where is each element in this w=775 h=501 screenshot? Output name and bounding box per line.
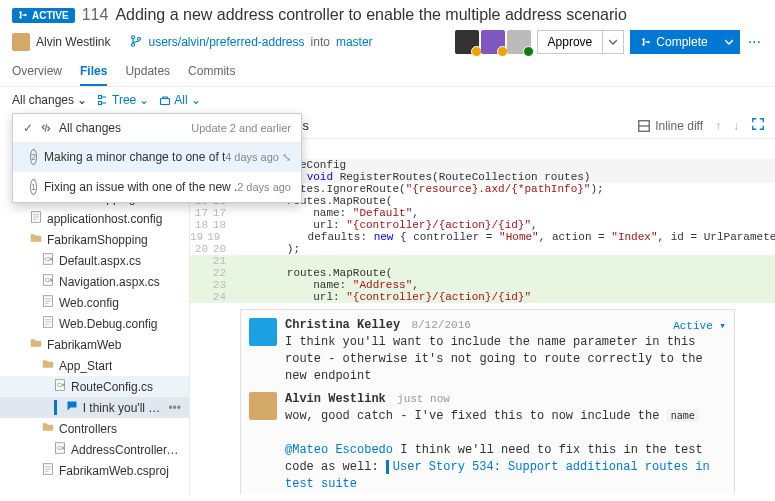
prev-diff-button[interactable]: ↑	[715, 119, 721, 133]
chevron-down-icon: ⌄	[139, 93, 149, 107]
tree-file[interactable]: C#AddressController.cs [+]	[0, 439, 189, 460]
updates-dropdown-item[interactable]: ✓All changesUpdate 2 and earlier	[13, 114, 301, 142]
complete-split-button: Complete	[630, 30, 739, 54]
code-line[interactable]: 22 routes.MapRoute(	[190, 267, 775, 279]
file-tree: FabrikamShoppingapplicationhost.configFa…	[0, 183, 189, 485]
status-active-badge: ACTIVE	[12, 8, 75, 23]
mention-link[interactable]: @Mateo Escobedo	[285, 443, 393, 457]
folder-icon	[30, 232, 42, 247]
reviewer-avatars[interactable]	[455, 30, 531, 54]
approve-split-button: Approve	[537, 30, 625, 54]
tree-folder[interactable]: FabrikamShopping	[0, 229, 189, 250]
folder-icon	[42, 421, 54, 436]
tree-folder[interactable]: FabrikamWeb	[0, 334, 189, 355]
folder-icon	[42, 358, 54, 373]
chevron-down-icon: ⌄	[191, 93, 201, 107]
reviewer-avatar[interactable]	[481, 30, 505, 54]
tab-commits[interactable]: Commits	[188, 58, 235, 86]
tree-file[interactable]: C#RouteConfig.cs	[0, 376, 189, 397]
code-line[interactable]: 1818 url: "{controller}/{action}/{id}",	[190, 219, 775, 231]
csharp-file-icon: C#	[42, 253, 54, 268]
tree-comment-item[interactable]: I think you'll wa...•••	[0, 397, 189, 418]
tree-file[interactable]: Web.Debug.config	[0, 313, 189, 334]
into-label: into	[311, 35, 330, 49]
folder-icon	[30, 337, 42, 352]
svg-text:C#: C#	[57, 382, 65, 388]
comment-timestamp: just now	[397, 393, 450, 405]
code-line[interactable]: 23 name: "Address",	[190, 279, 775, 291]
approve-dropdown-button[interactable]	[603, 30, 624, 54]
svg-text:C#: C#	[45, 256, 53, 262]
inline-diff-toggle[interactable]: Inline diff	[637, 119, 703, 133]
tree-file[interactable]: Web.config	[0, 292, 189, 313]
svg-rect-11	[161, 99, 170, 105]
comment-text: I think you'll want to include the name …	[285, 334, 726, 384]
comment-status-dropdown[interactable]: Active ▾	[673, 319, 726, 332]
chevron-down-icon: ⌄	[77, 93, 87, 107]
reviewer-avatar[interactable]	[507, 30, 531, 54]
file-icon	[30, 211, 42, 226]
tree-file[interactable]: C#Default.aspx.cs	[0, 250, 189, 271]
updates-dropdown-menu: ✓All changesUpdate 2 and earlier2Making …	[12, 113, 302, 203]
updates-dropdown-item[interactable]: 1Fixing an issue with one of the new ...…	[13, 172, 301, 202]
tree-view-toggle[interactable]: Tree ⌄	[97, 93, 149, 107]
complete-button[interactable]: Complete	[630, 30, 718, 54]
approve-button[interactable]: Approve	[537, 30, 604, 54]
csharp-file-icon: C#	[54, 379, 66, 394]
complete-dropdown-button[interactable]	[719, 30, 740, 54]
comment-indicator-icon	[54, 400, 57, 415]
next-diff-button[interactable]: ↓	[733, 119, 739, 133]
tree-folder[interactable]: App_Start	[0, 355, 189, 376]
svg-point-3	[132, 35, 135, 38]
tree-file[interactable]: applicationhost.config	[0, 208, 189, 229]
all-filter-toggle[interactable]: All ⌄	[159, 93, 200, 107]
comment-timestamp: 8/12/2016	[411, 319, 470, 331]
csharp-file-icon: C#	[42, 274, 54, 289]
file-icon	[42, 316, 54, 331]
author-name[interactable]: Alvin Westlink	[36, 35, 110, 49]
comment-author-avatar	[249, 392, 277, 420]
pull-request-title: Adding a new address controller to enabl…	[115, 6, 626, 24]
pull-request-number: 114	[82, 6, 109, 24]
branch-icon	[130, 35, 142, 50]
file-icon	[42, 295, 54, 310]
code-line[interactable]: 1717 name: "Default",	[190, 207, 775, 219]
comment-author-name[interactable]: Alvin Westlink	[285, 392, 386, 406]
comment-text: wow, good catch - I've fixed this to now…	[285, 408, 726, 492]
svg-point-4	[132, 43, 135, 46]
all-changes-dropdown[interactable]: All changes ⌄	[12, 93, 87, 107]
updates-dropdown-item[interactable]: 2Making a minor change to one of t...4 d…	[13, 142, 301, 172]
author-avatar	[12, 33, 30, 51]
fullscreen-button[interactable]	[751, 117, 765, 134]
svg-rect-9	[99, 96, 102, 99]
tree-file[interactable]: C#Navigation.aspx.cs	[0, 271, 189, 292]
more-actions-button[interactable]: ···	[746, 33, 763, 51]
reviewer-avatar[interactable]	[455, 30, 479, 54]
source-branch[interactable]: users/alvin/preferred-address	[148, 35, 304, 49]
svg-text:C#: C#	[45, 277, 53, 283]
comment-thread: Christina Kelley 8/12/2016 Active ▾ I th…	[240, 309, 735, 494]
file-icon	[42, 463, 54, 478]
tree-file[interactable]: FabrikamWeb.csproj	[0, 460, 189, 481]
tab-overview[interactable]: Overview	[12, 58, 62, 86]
svg-text:C#: C#	[57, 445, 65, 451]
svg-rect-10	[99, 102, 102, 105]
csharp-file-icon: C#	[54, 442, 66, 457]
code-line[interactable]: 21	[190, 255, 775, 267]
svg-point-5	[138, 37, 141, 40]
tab-files[interactable]: Files	[80, 58, 107, 86]
code-line[interactable]: 2020 );	[190, 243, 775, 255]
target-branch[interactable]: master	[336, 35, 373, 49]
comment-icon	[66, 400, 78, 415]
code-line[interactable]: 24 url: "{controller}/{action}/{id}"	[190, 291, 775, 303]
tab-updates[interactable]: Updates	[125, 58, 170, 86]
code-line[interactable]: 1919 defaults: new { controller = "Home"…	[190, 231, 775, 243]
comment-author-avatar	[249, 318, 277, 346]
tree-folder[interactable]: Controllers	[0, 418, 189, 439]
comment-author-name[interactable]: Christina Kelley	[285, 318, 400, 332]
pr-tabs: Overview Files Updates Commits	[0, 58, 775, 87]
